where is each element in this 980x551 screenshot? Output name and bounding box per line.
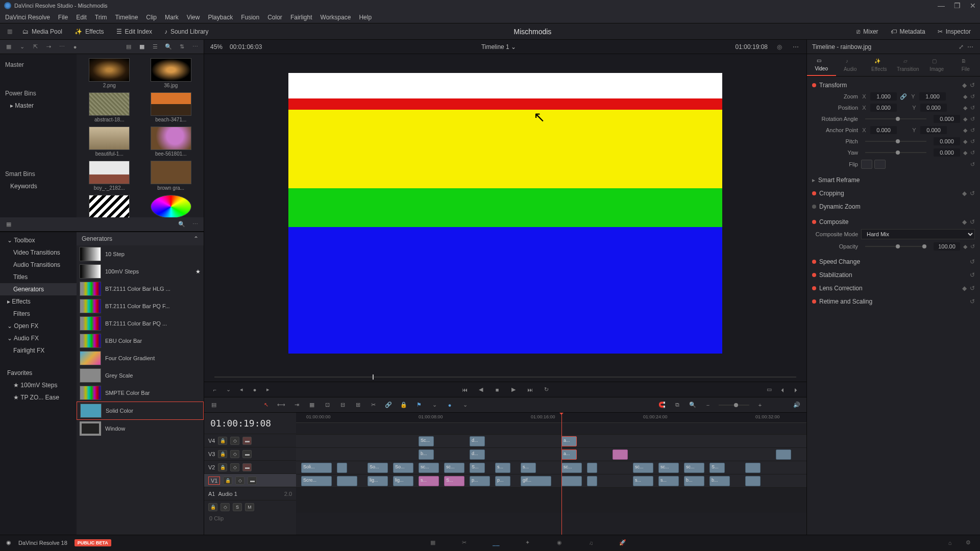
inspector-expand-icon[interactable]: ⤢ — [957, 42, 966, 52]
anchor-x-input[interactable]: 0.000 — [870, 126, 897, 134]
pitch-input[interactable]: 0.000 — [934, 137, 960, 145]
reset-icon[interactable]: ↺ — [970, 105, 975, 111]
enable-dot-icon[interactable] — [812, 220, 816, 224]
disable-v4-icon[interactable]: ▬ — [242, 437, 252, 445]
fx-fav-tpzo[interactable]: ★ TP ZO... Ease — [0, 391, 77, 404]
generator-item[interactable]: Four Color Gradient — [77, 349, 204, 367]
fx-audiofx[interactable]: ⌄ Audio FX — [0, 332, 77, 344]
fx-generators[interactable]: Generators — [0, 283, 77, 295]
anchor-y-input[interactable]: 0.000 — [920, 126, 947, 134]
generator-item[interactable]: EBU Color Bar — [77, 332, 204, 349]
timeline-clip[interactable] — [337, 463, 347, 473]
auto-v1-icon[interactable]: ◇ — [235, 477, 244, 485]
reset-icon[interactable]: ↺ — [970, 149, 975, 156]
more-icon[interactable]: ⋯ — [57, 42, 66, 52]
menu-fusion[interactable]: Fusion — [241, 14, 259, 21]
reset-icon[interactable]: ↺ — [970, 93, 975, 100]
yaw-slider[interactable] — [865, 152, 926, 153]
search-icon[interactable]: 🔍 — [164, 42, 173, 52]
auto-v3-icon[interactable]: ◇ — [230, 450, 239, 458]
menu-davinci[interactable]: DaVinci Resolve — [5, 14, 50, 21]
bin-master[interactable]: Master — [0, 58, 77, 71]
reset-icon[interactable]: ↺ — [970, 258, 975, 265]
fx-openfx[interactable]: ⌄ Open FX — [0, 320, 77, 332]
clip-item[interactable]: bee-561801... — [142, 127, 200, 157]
reset-icon[interactable]: ↺ — [970, 161, 975, 168]
timeline-clip[interactable]: S... — [709, 463, 725, 473]
fx-options-icon[interactable]: ⋯ — [190, 220, 200, 229]
reset-icon[interactable]: ↺ — [970, 127, 975, 134]
collapse-icon[interactable]: ⌃ — [193, 235, 199, 242]
reset-icon[interactable]: ↺ — [970, 82, 975, 89]
link-clips-icon[interactable]: 🔗 — [384, 400, 393, 410]
first-frame-icon[interactable]: ⏮ — [460, 385, 469, 394]
flag-icon[interactable]: ⚑ — [414, 400, 424, 410]
clip-item[interactable]: beautiful-1... — [81, 127, 138, 157]
composite-header[interactable]: Composite ◆↺ — [812, 216, 975, 228]
keyframe-icon[interactable]: ◆ — [962, 285, 967, 292]
minimize-button[interactable]: — — [938, 2, 945, 10]
lock-v2-icon[interactable]: 🔒 — [218, 463, 227, 471]
timeline-clip[interactable] — [745, 463, 761, 473]
bin-list-icon[interactable]: ▦ — [4, 42, 13, 52]
maximize-button[interactable]: ❐ — [954, 2, 961, 10]
tab-video[interactable]: ▭Video — [807, 54, 836, 76]
fx-video-transitions[interactable]: Video Transitions — [0, 246, 77, 259]
generator-item[interactable]: BT.2111 Color Bar PQ F... — [77, 297, 204, 315]
timeline-clip[interactable]: p... — [470, 476, 490, 486]
zoom-search-icon[interactable]: 🔍 — [688, 400, 697, 410]
lens-correction-section[interactable]: Lens Correction◆↺ — [807, 282, 980, 295]
timeline-clip[interactable]: Sc... — [419, 436, 434, 446]
track-v3[interactable]: b...d...a... — [296, 447, 806, 461]
keyframe-icon[interactable]: ◆ — [963, 149, 967, 156]
pos-x-input[interactable]: 0.000 — [870, 104, 897, 112]
flip-h-button[interactable] — [861, 160, 872, 169]
fx-audio-transitions[interactable]: Audio Transitions — [0, 259, 77, 271]
timeline-clip[interactable]: s... — [658, 476, 679, 486]
tab-file[interactable]: 🗎File — [951, 54, 981, 76]
step-back-icon[interactable]: ⏴ — [778, 385, 787, 394]
viewer-zoom[interactable]: 45% — [210, 43, 223, 51]
timeline-clip[interactable]: S... — [470, 463, 485, 473]
reset-icon[interactable]: ↺ — [970, 218, 975, 226]
enable-dot-icon[interactable] — [812, 273, 816, 277]
timeline-clip[interactable] — [612, 449, 628, 460]
power-bin-master[interactable]: ▸ Master — [0, 100, 77, 111]
timeline-name[interactable]: Timeline 1 ⌄ — [269, 43, 728, 51]
match-frame-icon[interactable]: ▭ — [765, 385, 774, 394]
last-frame-icon[interactable]: ⏭ — [525, 385, 534, 394]
timeline-clip[interactable]: sc... — [633, 463, 653, 473]
fx-toolbox[interactable]: ⌄ Toolbox — [0, 234, 77, 246]
opacity-input[interactable]: 100.00 — [934, 242, 960, 251]
play-icon[interactable]: ▶ — [509, 385, 518, 394]
dynamic-zoom-section[interactable]: Dynamic Zoom — [807, 200, 980, 213]
reset-icon[interactable]: ↺ — [970, 285, 975, 292]
zoom-y-input[interactable]: 1.000 — [919, 92, 946, 101]
composite-mode-select[interactable]: Hard Mix — [861, 229, 975, 239]
auto-a1-icon[interactable]: ◇ — [220, 503, 230, 511]
edit-index-button[interactable]: ☰ Edit Index — [112, 26, 156, 37]
clip-item[interactable]: 2.png — [81, 58, 138, 88]
fairlight-page-icon[interactable]: ♫ — [585, 538, 597, 547]
step-fwd-icon[interactable]: ⏵ — [791, 385, 800, 394]
menu-color[interactable]: Color — [267, 14, 282, 21]
fx-fav-100mv[interactable]: ★ 100mV Steps — [0, 379, 77, 391]
timeline-clip[interactable]: Soli... — [301, 463, 332, 473]
link-zoom-icon[interactable]: 🔗 — [900, 93, 907, 100]
menu-clip[interactable]: Clip — [146, 14, 157, 21]
snap-icon[interactable]: 🧲 — [657, 400, 667, 410]
lock-a1-icon[interactable]: 🔒 — [208, 503, 217, 511]
clip-item[interactable]: boy_-_2182... — [81, 161, 138, 191]
menu-edit[interactable]: Edit — [76, 14, 87, 21]
clip-item[interactable]: clapperboa... — [81, 195, 138, 217]
timeline-clip[interactable]: d... — [470, 436, 485, 446]
reset-icon[interactable]: ↺ — [970, 138, 975, 145]
timeline-clip[interactable]: b... — [419, 449, 434, 460]
options-icon[interactable]: ⋯ — [190, 42, 200, 52]
import-icon[interactable]: ⇱ — [31, 42, 40, 52]
color-page-icon[interactable]: ◉ — [554, 538, 565, 547]
sound-library-button[interactable]: ♪ Sound Library — [160, 26, 213, 37]
menu-workspace[interactable]: Workspace — [321, 14, 351, 21]
thumb-view-icon[interactable]: ▦ — [137, 42, 146, 52]
deliver-page-icon[interactable]: 🚀 — [617, 538, 628, 547]
